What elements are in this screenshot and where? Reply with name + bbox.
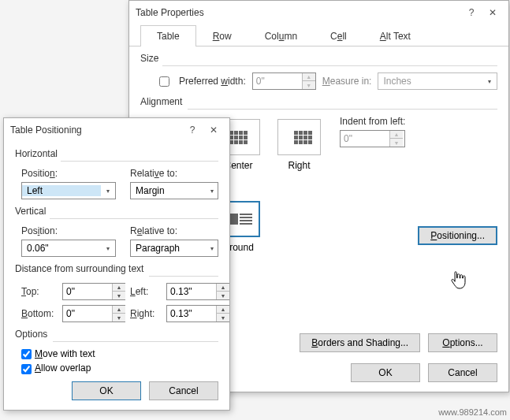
move-with-text-option[interactable]: Move with text: [21, 348, 218, 359]
measure-in-combo[interactable]: Inches ▾: [378, 72, 497, 90]
watermark: www.989214.com: [438, 407, 507, 417]
v-relative-combo[interactable]: Paragraph ▾: [130, 240, 218, 257]
table-props-cancel-button[interactable]: Cancel: [428, 363, 497, 382]
allow-overlap-checkbox[interactable]: [21, 364, 32, 374]
preferred-width-checkbox[interactable]: [159, 76, 169, 87]
v-position-label: Position:: [21, 225, 116, 236]
positioning-button[interactable]: Positioning...: [418, 226, 497, 245]
chevron-down-icon: ▾: [101, 240, 115, 256]
tab-alttext[interactable]: Alt Text: [363, 25, 427, 46]
dist-top-label: Top:: [21, 286, 58, 297]
close-button[interactable]: ✕: [477, 1, 508, 24]
chevron-down-icon: ▾: [207, 183, 218, 199]
close-button[interactable]: ✕: [198, 118, 229, 142]
align-right-button[interactable]: Right: [274, 116, 324, 174]
options-button[interactable]: Options...: [428, 333, 497, 352]
chevron-down-icon: ▾: [207, 240, 218, 256]
dist-right-spinbox[interactable]: ▲▼: [166, 305, 229, 322]
align-right-icon: [277, 119, 321, 155]
table-properties-titlebar: Table Properties ? ✕: [129, 1, 508, 24]
measure-in-label: Measure in:: [322, 76, 372, 87]
dist-top-spinbox[interactable]: ▲▼: [62, 283, 125, 300]
tab-column[interactable]: Column: [248, 25, 314, 46]
h-position-label: Position:: [21, 168, 116, 179]
move-with-text-checkbox[interactable]: [21, 349, 32, 359]
dist-left-spinbox[interactable]: ▲▼: [166, 283, 229, 300]
indent-input[interactable]: [341, 131, 389, 147]
tabs: Table Row Column Cell Alt Text: [129, 24, 508, 46]
table-positioning-title: Table Positioning: [10, 125, 181, 136]
table-properties-title: Table Properties: [136, 7, 460, 18]
positioning-cancel-button[interactable]: Cancel: [149, 381, 218, 400]
table-props-ok-button[interactable]: OK: [351, 363, 420, 382]
chevron-down-icon: ▾: [482, 73, 497, 89]
tab-cell[interactable]: Cell: [314, 25, 363, 46]
allow-overlap-option[interactable]: Allow overlap: [21, 362, 218, 374]
indent-label: Indent from left:: [340, 116, 405, 127]
chevron-down-icon: ▾: [101, 183, 115, 199]
tab-table[interactable]: Table: [140, 25, 196, 46]
table-positioning-titlebar: Table Positioning ? ✕: [4, 118, 229, 142]
close-icon: ✕: [210, 125, 218, 136]
preferred-width-spinbox[interactable]: ▲▼: [252, 72, 316, 90]
dist-right-label: Right:: [130, 308, 162, 319]
borders-shading-button[interactable]: Borders and Shading...: [300, 333, 420, 352]
size-group-label: Size: [140, 53, 497, 64]
h-relative-label: Relative to:: [130, 168, 218, 179]
spin-down-icon[interactable]: ▼: [390, 139, 403, 147]
vertical-group-label: Vertical: [15, 206, 218, 217]
spin-up-icon[interactable]: ▲: [390, 131, 403, 139]
h-relative-combo[interactable]: Margin ▾: [130, 182, 218, 199]
v-relative-label: Relative to:: [130, 225, 218, 236]
spin-up-icon[interactable]: ▲: [303, 73, 315, 81]
dist-bottom-label: Bottom:: [21, 308, 58, 319]
v-position-combo[interactable]: 0.06" ▾: [21, 240, 116, 257]
alignment-group-label: Alignment: [140, 96, 497, 107]
table-positioning-dialog: Table Positioning ? ✕ Horizontal Positio…: [3, 117, 230, 411]
h-position-combo[interactable]: Left ▾: [21, 182, 116, 199]
preferred-width-label: Preferred width:: [179, 76, 246, 87]
spin-down-icon[interactable]: ▼: [303, 81, 315, 89]
horizontal-group-label: Horizontal: [15, 148, 218, 159]
dist-bottom-spinbox[interactable]: ▲▼: [62, 305, 125, 322]
close-icon: ✕: [489, 7, 497, 18]
preferred-width-input[interactable]: [253, 73, 302, 89]
options-group-label: Options: [15, 329, 218, 340]
distance-group-label: Distance from surrounding text: [15, 263, 218, 274]
positioning-ok-button[interactable]: OK: [72, 381, 141, 400]
indent-spinbox[interactable]: ▲▼: [340, 130, 405, 147]
dist-left-label: Left:: [130, 286, 162, 297]
tab-row[interactable]: Row: [196, 25, 248, 46]
